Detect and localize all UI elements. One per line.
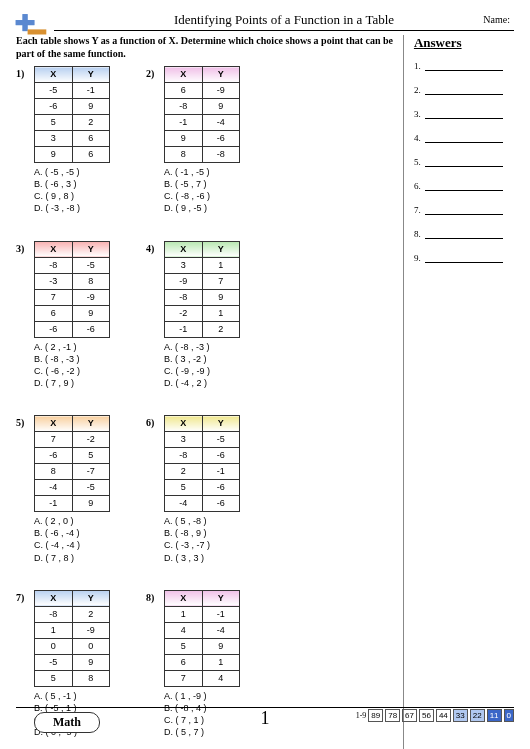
table-header: Y xyxy=(202,241,240,257)
table-row: 4-4 xyxy=(165,622,240,638)
answer-choice: C. ( -6 , -2 ) xyxy=(34,365,146,377)
answer-choice: A. ( 5 , -8 ) xyxy=(164,515,276,527)
table-row: 7-9 xyxy=(35,289,110,305)
table-cell: 6 xyxy=(165,83,203,99)
problem: 2)XY6-9-89-1-49-68-8A. ( -1 , -5 )B. ( -… xyxy=(146,66,276,215)
table-cell: -8 xyxy=(165,448,203,464)
answer-blank[interactable] xyxy=(425,85,503,95)
table-row: -65 xyxy=(35,448,110,464)
table-row: -82 xyxy=(35,606,110,622)
table-cell: -1 xyxy=(202,464,240,480)
table-cell: -9 xyxy=(165,273,203,289)
table-header: Y xyxy=(72,67,110,83)
answer-choices: A. ( -1 , -5 )B. ( -5 , 7 )C. ( -8 , -6 … xyxy=(164,166,276,215)
answer-line: 4. xyxy=(414,133,514,143)
table-row: 59 xyxy=(165,638,240,654)
table-cell: 2 xyxy=(165,464,203,480)
answer-blank[interactable] xyxy=(425,253,503,263)
table-row: -97 xyxy=(165,273,240,289)
table-cell: 9 xyxy=(72,99,110,115)
table-header: X xyxy=(165,67,203,83)
table-row: 1-9 xyxy=(35,622,110,638)
answer-key-strip: 1-9 89 78 67 56 44 33 22 11 0 xyxy=(356,711,514,720)
answer-number: 7. xyxy=(414,205,421,215)
table-cell: -1 xyxy=(35,496,73,512)
header: Identifying Points of a Function in a Ta… xyxy=(54,12,514,31)
table-row: 00 xyxy=(35,638,110,654)
answer-choices: A. ( 2 , 0 )B. ( -6 , -4 )C. ( -4 , -4 )… xyxy=(34,515,146,564)
answer-blank[interactable] xyxy=(425,109,503,119)
table-header: Y xyxy=(202,416,240,432)
answers-title: Answers xyxy=(414,35,514,51)
table-cell: 3 xyxy=(35,131,73,147)
answer-number: 8. xyxy=(414,229,421,239)
table-cell: 6 xyxy=(72,147,110,163)
answer-blank[interactable] xyxy=(425,157,503,167)
answer-blank[interactable] xyxy=(425,181,503,191)
problems-area: Each table shows Y as a function of X. D… xyxy=(16,35,403,749)
answer-choice: C. ( -8 , -6 ) xyxy=(164,190,276,202)
table-cell: -5 xyxy=(35,83,73,99)
table-row: 6-9 xyxy=(165,83,240,99)
table-cell: 5 xyxy=(72,448,110,464)
math-badge: Math xyxy=(34,712,100,733)
answer-choice: D. ( 3 , 3 ) xyxy=(164,552,276,564)
table-row: -69 xyxy=(35,99,110,115)
table-header: Y xyxy=(72,241,110,257)
table-cell: 4 xyxy=(165,622,203,638)
table-cell: 2 xyxy=(202,321,240,337)
answer-blank[interactable] xyxy=(425,205,503,215)
function-table: XY1-14-4596174 xyxy=(164,590,240,687)
answer-line: 8. xyxy=(414,229,514,239)
table-cell: -4 xyxy=(165,496,203,512)
answer-blank[interactable] xyxy=(425,133,503,143)
table-cell: -6 xyxy=(202,131,240,147)
table-row: 1-1 xyxy=(165,606,240,622)
table-cell: -6 xyxy=(35,448,73,464)
svg-rect-5 xyxy=(28,29,47,34)
table-row: 8-7 xyxy=(35,464,110,480)
answer-choices: A. ( 5 , -8 )B. ( -8 , 9 )C. ( -3 , -7 )… xyxy=(164,515,276,564)
answer-line: 3. xyxy=(414,109,514,119)
table-cell: -1 xyxy=(165,115,203,131)
key-box: 67 xyxy=(402,709,417,722)
table-cell: 7 xyxy=(35,289,73,305)
table-cell: 9 xyxy=(72,305,110,321)
table-row: 31 xyxy=(165,257,240,273)
table-cell: -1 xyxy=(202,606,240,622)
table-cell: -4 xyxy=(202,622,240,638)
table-row: -5-1 xyxy=(35,83,110,99)
table-header: X xyxy=(35,590,73,606)
key-box: 56 xyxy=(419,709,434,722)
answer-choice: C. ( -3 , -7 ) xyxy=(164,539,276,551)
problem-number: 3) xyxy=(16,243,24,254)
answer-blank[interactable] xyxy=(425,229,503,239)
table-header: X xyxy=(35,416,73,432)
answer-choice: A. ( 2 , 0 ) xyxy=(34,515,146,527)
answer-number: 4. xyxy=(414,133,421,143)
table-cell: -8 xyxy=(202,147,240,163)
table-cell: 1 xyxy=(165,606,203,622)
table-cell: 9 xyxy=(165,131,203,147)
answer-choice: C. ( -9 , -9 ) xyxy=(164,365,276,377)
key-box: 33 xyxy=(453,709,468,722)
table-header: Y xyxy=(72,590,110,606)
table-header: X xyxy=(35,241,73,257)
table-cell: 8 xyxy=(165,147,203,163)
table-cell: -6 xyxy=(202,496,240,512)
table-row: -38 xyxy=(35,273,110,289)
function-table: XY-8-5-387-969-6-6 xyxy=(34,241,110,338)
table-cell: -1 xyxy=(72,83,110,99)
answer-blank[interactable] xyxy=(425,61,503,71)
table-row: -8-6 xyxy=(165,448,240,464)
answer-choice: C. ( 9 , 8 ) xyxy=(34,190,146,202)
table-cell: -8 xyxy=(165,99,203,115)
table-row: -4-6 xyxy=(165,496,240,512)
table-cell: 3 xyxy=(165,432,203,448)
table-cell: -6 xyxy=(202,448,240,464)
answer-choice: D. ( -4 , 2 ) xyxy=(164,377,276,389)
page: Identifying Points of a Function in a Ta… xyxy=(0,0,530,749)
table-row: 96 xyxy=(35,147,110,163)
answer-line: 1. xyxy=(414,61,514,71)
problem-number: 4) xyxy=(146,243,154,254)
